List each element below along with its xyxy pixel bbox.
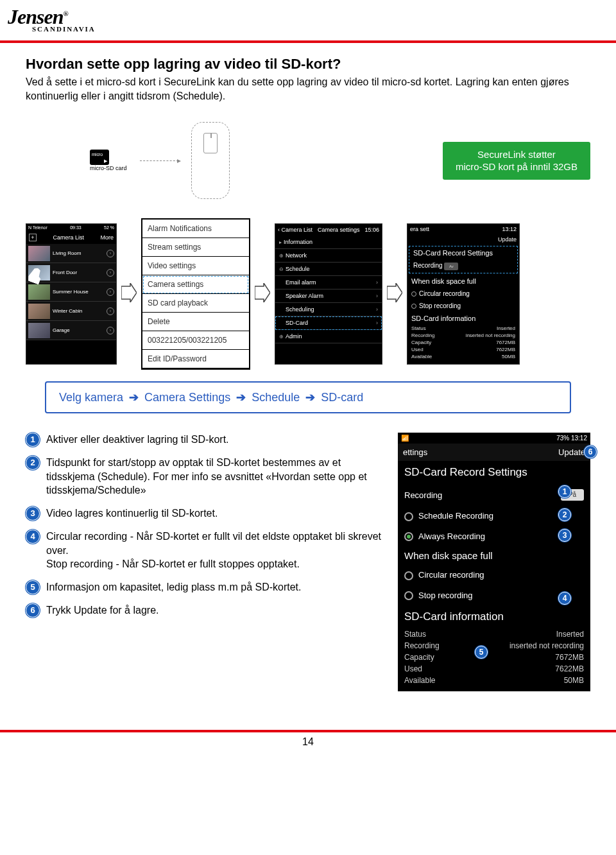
menu-alarm[interactable]: Alarm Notifications — [142, 220, 249, 238]
screenshot-camera-settings: ‹ Camera ListCamera settings15:06 ▸Infor… — [275, 223, 382, 365]
svg-marker-1 — [255, 283, 270, 302]
disk-full-title: When disk space full — [398, 546, 590, 565]
section-title: SD-Card Record Settings — [398, 461, 590, 484]
screenshot-camera-list: N Telenor09:3352 % +Camera ListMore Livi… — [26, 223, 117, 365]
screenshot-sd-settings-small: era sett13:12 Update SD-Card Record Sett… — [407, 223, 520, 365]
menu-playback[interactable]: SD card playback — [142, 294, 249, 313]
go-icon[interactable]: › — [107, 250, 114, 257]
flow-arrow-icon — [121, 283, 137, 305]
back-button[interactable]: ettings — [403, 447, 427, 457]
sd-info-title: SD-Card information — [398, 605, 590, 628]
steps-list: 1Aktiver eller deaktiver lagring til SD-… — [26, 433, 386, 691]
flow-arrow-icon — [254, 283, 271, 305]
screenshot-sd-settings-large: 📶73% 13:12 ettingsUpdate SD-Card Record … — [398, 433, 590, 691]
arrow-icon — [140, 160, 178, 161]
radio-stop[interactable] — [404, 591, 413, 600]
menu-stream[interactable]: Stream settings — [142, 238, 249, 257]
add-icon[interactable]: + — [29, 234, 37, 241]
back-icon[interactable]: ‹ Camera List — [278, 227, 312, 233]
update-button[interactable]: Update — [498, 236, 517, 243]
microsd-label: micro-SD card — [90, 165, 127, 171]
flow-arrow-icon — [386, 283, 403, 305]
camera-outline-icon — [191, 122, 230, 199]
brand-logo: Jensen® SCANDINAVIA — [0, 0, 616, 38]
step-badge: 1 — [26, 433, 40, 447]
callout-badge: 6 — [584, 445, 597, 458]
page-title: Hvordan sette opp lagring av video til S… — [26, 56, 590, 73]
radio-schedule[interactable] — [404, 512, 413, 521]
support-badge: SecureLink støtter micro-SD kort på innt… — [443, 142, 590, 180]
divider-bottom — [0, 730, 616, 732]
menu-video[interactable]: Video settings — [142, 257, 249, 275]
settings-menu: Alarm Notifications Stream settings Vide… — [141, 218, 250, 370]
svg-marker-0 — [121, 283, 137, 302]
menu-camera-settings[interactable]: Camera settings — [142, 275, 249, 294]
page-number: 14 — [0, 736, 616, 756]
menu-edit-id[interactable]: Edit ID/Password — [142, 350, 249, 368]
recording-toggle[interactable]: Av — [444, 263, 458, 270]
radio-icon[interactable] — [411, 304, 416, 309]
sd-illustration-row: micro-SD card SecureLink støtter micro-S… — [90, 122, 590, 199]
menu-id: 003221205/003221205 — [142, 331, 249, 350]
svg-marker-2 — [387, 283, 402, 302]
microsd-icon — [90, 150, 109, 165]
menu-delete[interactable]: Delete — [142, 313, 249, 331]
divider-top — [0, 40, 616, 43]
update-button[interactable]: Update — [558, 447, 585, 457]
radio-circular[interactable] — [404, 571, 413, 580]
radio-always[interactable] — [404, 532, 413, 541]
signal-icon: 📶 — [401, 435, 409, 442]
intro-text: Ved å sette i et micro-sd kort i SecureL… — [26, 75, 590, 103]
radio-icon[interactable] — [411, 291, 416, 297]
navigation-path-banner: Velg kamera ➔ Camera Settings ➔ Schedule… — [45, 381, 571, 413]
